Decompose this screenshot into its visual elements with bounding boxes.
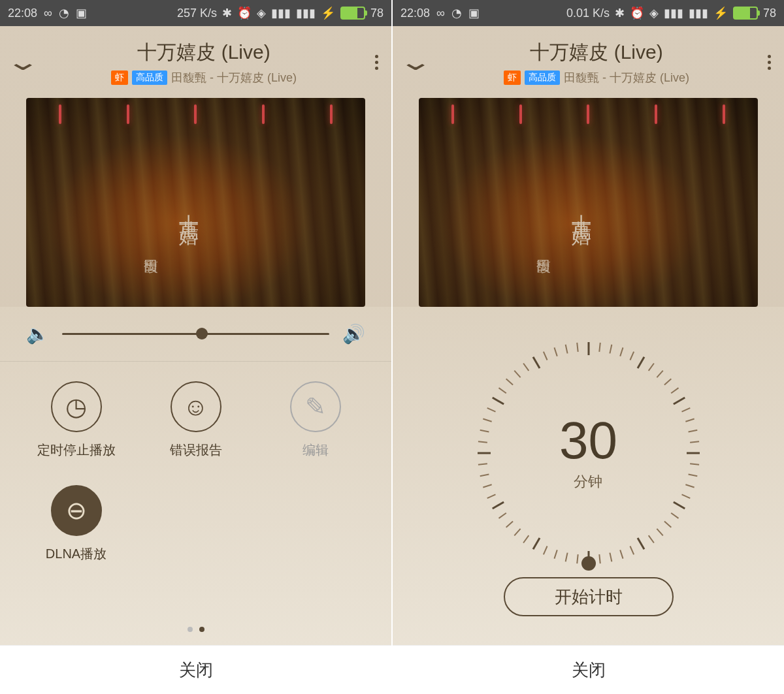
dial-tick <box>532 537 540 550</box>
dial-tick <box>480 430 489 433</box>
dial-tick <box>532 356 540 369</box>
edit-icon: ✎ <box>290 381 341 432</box>
more-icon[interactable] <box>375 55 378 70</box>
page-indicator <box>0 614 391 645</box>
volume-low-icon: 🔈 <box>26 323 49 345</box>
dial-tick <box>576 343 578 352</box>
song-title: 十万嬉皮 (Live) <box>33 39 375 66</box>
net-speed: 257 K/s <box>177 7 217 20</box>
dial-tick <box>542 351 547 360</box>
player-header: ⌄ 十万嬉皮 (Live) 虾 高品质 田馥甄 - 十万嬉皮 (Live) <box>0 26 391 98</box>
dial-tick <box>523 535 529 544</box>
dial-tick <box>542 546 547 555</box>
dlna-icon: ⊖ <box>51 485 102 536</box>
dial-tick <box>587 551 589 564</box>
dlna-label: DLNA播放 <box>46 545 106 563</box>
volume-control[interactable]: 🔈 🔊 <box>0 307 391 362</box>
volume-high-icon: 🔊 <box>342 323 365 345</box>
picture-icon: ▣ <box>76 6 87 20</box>
player-header: ⌄ 十万嬉皮 (Live) 虾 高品质 田馥甄 - 十万嬉皮 (Live) <box>393 26 784 98</box>
battery-icon <box>733 7 758 20</box>
bluetooth-icon: ✱ <box>222 6 232 20</box>
dial-tick <box>514 528 521 536</box>
dial-tick <box>619 347 623 356</box>
battery-level: 78 <box>370 7 384 20</box>
dlna-option[interactable]: ⊖ DLNA播放 <box>26 485 126 563</box>
page-dot-2 <box>199 627 204 632</box>
dial-tick <box>656 370 663 378</box>
picture-icon: ▣ <box>468 6 480 20</box>
signal-icon-2: ▮▮▮ <box>689 6 708 20</box>
timer-value: 30 <box>559 415 617 467</box>
edit-option[interactable]: ✎ 编辑 <box>265 381 365 459</box>
source-badge: 虾 <box>111 71 128 85</box>
song-subtitle: 田馥甄 - 十万嬉皮 (Live) <box>171 70 297 86</box>
dial-tick <box>505 379 513 386</box>
collapse-icon[interactable]: ⌄ <box>398 48 433 76</box>
alarm-icon: ⏰ <box>237 6 252 20</box>
charge-icon: ⚡ <box>321 6 335 20</box>
wifi-icon: ◈ <box>257 6 266 20</box>
dial-tick <box>553 347 557 356</box>
dial-tick <box>498 513 506 519</box>
collapse-icon[interactable]: ⌄ <box>5 48 41 76</box>
close-button[interactable]: 关闭 <box>0 645 391 694</box>
dial-tick <box>681 407 691 413</box>
dial-tick <box>636 356 645 369</box>
song-subtitle: 田馥甄 - 十万嬉皮 (Live) <box>564 70 689 86</box>
dial-tick <box>498 387 506 394</box>
alarm-icon: ⏰ <box>630 6 644 20</box>
dial-tick <box>656 528 663 536</box>
dial-tick <box>487 407 496 413</box>
timer-panel: 30 分钟 开始计时 <box>393 307 784 645</box>
status-time: 22:08 <box>8 7 37 20</box>
smile-icon: ☺ <box>171 381 221 432</box>
error-report-option[interactable]: ☺ 错误报告 <box>146 381 246 459</box>
dial-tick <box>564 345 568 354</box>
dial-tick <box>664 521 672 528</box>
close-button[interactable]: 关闭 <box>393 645 784 694</box>
sleep-timer-option[interactable]: ◷ 定时停止播放 <box>26 381 126 459</box>
signal-icon: ▮▮▮ <box>664 6 683 20</box>
quality-badge: 高品质 <box>525 71 560 85</box>
edit-label: 编辑 <box>302 441 329 459</box>
volume-slider[interactable] <box>62 333 329 335</box>
options-panel: 🔈 🔊 ◷ 定时停止播放 ☺ 错误报告 ✎ 编辑 ⊖ DLNA播放 <box>0 307 391 645</box>
quality-badge: 高品质 <box>132 71 167 85</box>
signal-icon: ▮▮▮ <box>271 6 291 20</box>
dial-tick <box>647 535 654 544</box>
cloud-icon: ◔ <box>451 6 462 20</box>
dial-tick <box>478 441 487 443</box>
header-center: 十万嬉皮 (Live) 虾 高品质 田馥甄 - 十万嬉皮 (Live) <box>33 39 375 86</box>
wifi-icon: ◈ <box>649 6 659 20</box>
more-icon[interactable] <box>768 55 771 70</box>
status-time: 22:08 <box>400 7 430 20</box>
cloud-icon: ◔ <box>59 6 69 20</box>
dial-tick <box>609 552 612 561</box>
dial-tick <box>636 537 645 550</box>
start-timer-button[interactable]: 开始计时 <box>504 577 674 616</box>
dial-tick <box>483 418 492 422</box>
song-title: 十万嬉皮 (Live) <box>425 39 768 66</box>
battery-level: 78 <box>763 7 776 20</box>
dial-tick <box>576 554 578 563</box>
dial-tick <box>478 452 491 454</box>
signal-icon-2: ▮▮▮ <box>296 6 316 20</box>
timer-dial[interactable]: 30 分钟 <box>478 342 700 564</box>
dial-tick <box>629 546 634 555</box>
dial-tick <box>598 343 600 352</box>
dial-tick <box>492 501 504 510</box>
dial-tick <box>619 550 623 559</box>
dial-tick <box>629 351 634 360</box>
album-art: 十萬嬉 田馥 <box>419 98 758 307</box>
album-main-text: 十萬嬉 <box>175 198 202 218</box>
dial-tick <box>553 550 557 559</box>
net-speed: 0.01 K/s <box>566 7 610 20</box>
dial-tick <box>685 418 694 422</box>
album-main-text: 十萬嬉 <box>568 198 595 218</box>
dial-tick <box>478 463 487 465</box>
dial-tick <box>670 387 679 394</box>
dial-tick <box>690 463 699 465</box>
infinity-icon: ∞ <box>436 7 445 20</box>
source-badge: 虾 <box>504 71 521 85</box>
